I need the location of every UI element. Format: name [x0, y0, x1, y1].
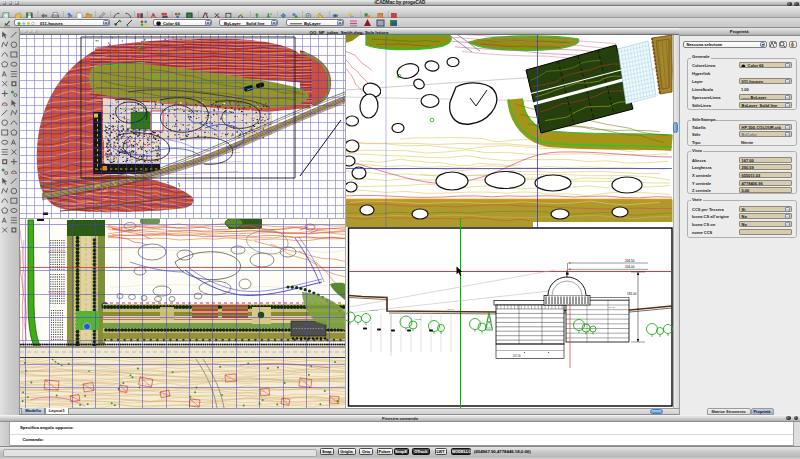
- svg-text:+73.00: +73.00: [446, 308, 454, 311]
- svg-text:m075: m075: [415, 318, 422, 321]
- svg-text:-167.00: -167.00: [512, 354, 521, 358]
- svg-text:204.00: 204.00: [625, 265, 635, 269]
- svg-text:181.00: 181.00: [627, 292, 637, 296]
- svg-text:182.00: 182.00: [370, 309, 378, 312]
- svg-text:206.50: 206.50: [625, 259, 635, 263]
- svg-text:+73.00: +73.00: [607, 306, 615, 309]
